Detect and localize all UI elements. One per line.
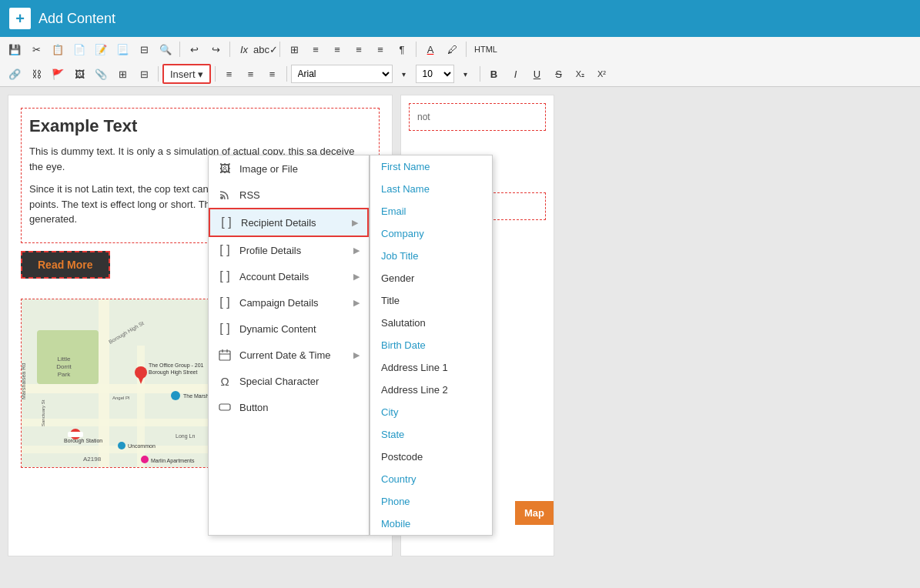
- outdent-button[interactable]: ≡: [263, 64, 283, 84]
- svg-text:Borough Station: Borough Station: [64, 438, 102, 444]
- html-button[interactable]: HTML: [470, 39, 501, 59]
- menu-item-special-character[interactable]: Ω Special Character: [209, 368, 369, 394]
- menu-item-dynamic-content[interactable]: [ ] Dynamic Content: [209, 316, 369, 342]
- insert-hr-button[interactable]: ⊟: [134, 39, 154, 59]
- submenu-address-line-2[interactable]: Address Line 2: [370, 379, 492, 401]
- submenu-state[interactable]: State: [370, 423, 492, 446]
- bracket-profile-icon: [ ]: [218, 243, 232, 257]
- subscript-button[interactable]: X₂: [570, 64, 590, 84]
- page-title: Add Content: [38, 11, 115, 27]
- list-ordered-button[interactable]: ≡: [241, 64, 261, 84]
- insert-button[interactable]: Insert ▾: [162, 64, 211, 84]
- submenu-title[interactable]: Title: [370, 289, 492, 312]
- submenu-phone[interactable]: Phone: [370, 490, 492, 513]
- cut-button[interactable]: ✂: [26, 39, 46, 59]
- menu-label-datetime: Current Date & Time: [239, 349, 331, 361]
- attachment-button[interactable]: 📎: [91, 64, 111, 84]
- submenu-arrow-account-icon: ▶: [353, 272, 360, 282]
- submenu-country[interactable]: Country: [370, 468, 492, 490]
- svg-text:Long Ln: Long Ln: [176, 433, 195, 439]
- svg-rect-18: [68, 432, 83, 437]
- strikethrough-button[interactable]: S: [549, 64, 569, 84]
- font-family-select[interactable]: Arial Times New Roman Verdana: [291, 65, 393, 83]
- menu-item-rss[interactable]: RSS: [209, 182, 369, 208]
- find-button[interactable]: 🔍: [156, 39, 176, 59]
- paste-text-button[interactable]: 📃: [112, 39, 132, 59]
- font-size-select[interactable]: 10 12 14 16: [416, 65, 454, 83]
- format-remove-button[interactable]: Ix: [234, 39, 254, 59]
- map-button[interactable]: Map: [515, 501, 554, 525]
- save-button[interactable]: 💾: [5, 39, 25, 59]
- flag-button[interactable]: 🚩: [48, 64, 68, 84]
- table-button[interactable]: ⊞: [112, 64, 132, 84]
- read-more-button[interactable]: Read More: [21, 251, 110, 279]
- size-arrow-button[interactable]: ▾: [456, 64, 476, 84]
- menu-item-recipient-details[interactable]: [ ] Recipient Details ▶: [209, 208, 369, 237]
- spellcheck-button[interactable]: abc✓: [256, 39, 276, 59]
- highlight-button[interactable]: 🖊: [442, 39, 462, 59]
- menu-label-dynamic: Dynamic Content: [239, 323, 316, 335]
- align-right-button[interactable]: ≡: [349, 39, 369, 59]
- toolbar: 💾 ✂ 📋 📄 📝 📃 ⊟ 🔍 ↩ ↪ Ix abc✓ ⊞ ≡ ≡ ≡ ≡ ¶ …: [0, 37, 920, 87]
- menu-label-account: Account Details: [239, 271, 309, 282]
- bold-button[interactable]: B: [484, 64, 504, 84]
- submenu-first-name[interactable]: First Name: [370, 155, 492, 178]
- toolbar-separator-4: [416, 42, 417, 57]
- submenu-city[interactable]: City: [370, 401, 492, 423]
- menu-label-special-char: Special Character: [239, 376, 319, 387]
- menu-label-button: Button: [239, 402, 269, 413]
- submenu-postcode[interactable]: Postcode: [370, 446, 492, 468]
- submenu-last-name[interactable]: Last Name: [370, 178, 492, 200]
- menu-item-current-date-time[interactable]: Current Date & Time ▶: [209, 342, 369, 368]
- submenu-gender[interactable]: Gender: [370, 267, 492, 289]
- svg-text:Dorrit: Dorrit: [56, 363, 72, 370]
- italic-button[interactable]: I: [506, 64, 526, 84]
- menu-item-image-or-file[interactable]: 🖼 Image or File: [209, 155, 369, 182]
- image-button[interactable]: 🖼: [69, 64, 89, 84]
- font-color-button[interactable]: A: [420, 39, 440, 59]
- menu-item-account-details[interactable]: [ ] Account Details ▶: [209, 263, 369, 289]
- submenu-mobile[interactable]: Mobile: [370, 513, 492, 535]
- svg-point-29: [220, 196, 223, 199]
- map-area: Little Dorrit Park Borough High St The O…: [21, 299, 236, 468]
- submenu-email[interactable]: Email: [370, 200, 492, 222]
- menu-label-profile: Profile Details: [239, 245, 301, 256]
- svg-rect-8: [22, 419, 236, 426]
- align-center-button[interactable]: ≡: [327, 39, 347, 59]
- paste-button[interactable]: 📄: [69, 39, 89, 59]
- list-unordered-button[interactable]: ≡: [219, 64, 239, 84]
- toolbar-separator: [179, 42, 180, 57]
- justify-button[interactable]: ≡: [370, 39, 390, 59]
- menu-label-rss: RSS: [239, 189, 260, 201]
- line-break-button[interactable]: ⊞: [284, 39, 304, 59]
- submenu-job-title[interactable]: Job Title: [370, 245, 492, 267]
- align-left-button[interactable]: ≡: [306, 39, 326, 59]
- link-button[interactable]: 🔗: [5, 64, 25, 84]
- indent-button[interactable]: ⊟: [134, 64, 154, 84]
- superscript-button[interactable]: X²: [592, 64, 612, 84]
- submenu-arrow-profile-icon: ▶: [353, 246, 360, 256]
- unlink-button[interactable]: ⛓: [26, 64, 46, 84]
- menu-label-image: Image or File: [239, 163, 298, 175]
- submenu-salutation[interactable]: Salutation: [370, 312, 492, 334]
- main-area: Example Text This is dummy text. It is o…: [0, 87, 920, 564]
- submenu-arrow-campaign-icon: ▶: [353, 298, 360, 308]
- rss-icon: [218, 188, 232, 202]
- menu-item-button[interactable]: Button: [209, 394, 369, 420]
- font-arrow-button[interactable]: ▾: [394, 64, 414, 84]
- redo-button[interactable]: ↪: [206, 39, 226, 59]
- menu-item-campaign-details[interactable]: [ ] Campaign Details ▶: [209, 289, 369, 316]
- menu-item-profile-details[interactable]: [ ] Profile Details ▶: [209, 237, 369, 263]
- submenu-company[interactable]: Company: [370, 222, 492, 245]
- copy-button[interactable]: 📋: [48, 39, 68, 59]
- paragraph-button[interactable]: ¶: [392, 39, 412, 59]
- toolbar-separator-3: [279, 42, 280, 57]
- undo-button[interactable]: ↩: [184, 39, 204, 59]
- svg-text:Sanctuary St: Sanctuary St: [41, 399, 45, 426]
- submenu-address-line-1[interactable]: Address Line 1: [370, 356, 492, 379]
- underline-button[interactable]: U: [527, 64, 547, 84]
- svg-text:Angel Pl: Angel Pl: [112, 396, 129, 400]
- menu-label-campaign: Campaign Details: [239, 297, 319, 309]
- paste-word-button[interactable]: 📝: [91, 39, 111, 59]
- submenu-birth-date[interactable]: Birth Date: [370, 334, 492, 356]
